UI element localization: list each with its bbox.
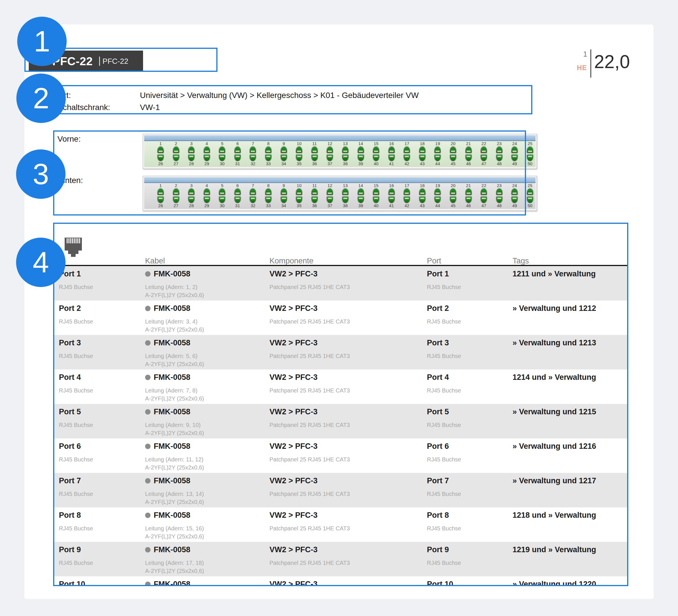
- port-jack-icon[interactable]: [496, 188, 503, 195]
- port-jack-icon[interactable]: [342, 188, 349, 195]
- port-jack-icon[interactable]: [450, 146, 456, 153]
- port-jack-icon[interactable]: [234, 196, 241, 204]
- port-jack-icon[interactable]: [234, 146, 241, 153]
- port-jack-icon[interactable]: [249, 196, 256, 204]
- port-jack-icon[interactable]: [265, 154, 272, 161]
- port-jack-icon[interactable]: [450, 154, 456, 161]
- port-jack-icon[interactable]: [403, 188, 410, 195]
- port-jack-icon[interactable]: [265, 188, 272, 195]
- port-jack-icon[interactable]: [480, 146, 487, 153]
- port-jack-icon[interactable]: [419, 196, 426, 204]
- port-jack-icon[interactable]: [311, 146, 318, 153]
- port-jack-icon[interactable]: [357, 196, 364, 204]
- port-jack-icon[interactable]: [357, 154, 364, 161]
- port-jack-icon[interactable]: [157, 196, 164, 204]
- port-jack-icon[interactable]: [280, 154, 287, 161]
- port-jack-icon[interactable]: [342, 146, 349, 153]
- port-jack-icon[interactable]: [203, 196, 210, 204]
- port-jack-icon[interactable]: [527, 188, 533, 195]
- port-jack-icon[interactable]: [311, 196, 318, 204]
- port-jack-icon[interactable]: [326, 154, 333, 161]
- port-jack-icon[interactable]: [173, 154, 180, 161]
- port-jack-icon[interactable]: [511, 146, 518, 153]
- port-jack-icon[interactable]: [173, 188, 180, 195]
- port-jack-icon[interactable]: [403, 154, 410, 161]
- port-jack-icon[interactable]: [203, 146, 210, 153]
- port-jack-icon[interactable]: [511, 188, 518, 195]
- port-jack-icon[interactable]: [373, 188, 379, 195]
- port-jack-icon[interactable]: [296, 146, 303, 153]
- port-jack-icon[interactable]: [434, 146, 441, 153]
- port-jack-icon[interactable]: [388, 146, 395, 153]
- port-jack-icon[interactable]: [465, 188, 472, 195]
- port-jack-icon[interactable]: [403, 196, 410, 204]
- port-jack-icon[interactable]: [280, 146, 287, 153]
- port-jack-icon[interactable]: [234, 154, 241, 161]
- port-jack-icon[interactable]: [296, 188, 303, 195]
- port-jack-icon[interactable]: [465, 154, 472, 161]
- port-jack-icon[interactable]: [450, 188, 456, 195]
- port-jack-icon[interactable]: [234, 188, 241, 195]
- port-jack-icon[interactable]: [419, 188, 426, 195]
- port-jack-icon[interactable]: [419, 146, 426, 153]
- port-jack-icon[interactable]: [434, 188, 441, 195]
- port-jack-icon[interactable]: [511, 196, 518, 204]
- port-jack-icon[interactable]: [373, 154, 379, 161]
- port-jack-icon[interactable]: [434, 196, 441, 204]
- port-jack-icon[interactable]: [527, 154, 533, 161]
- port-jack-icon[interactable]: [450, 196, 456, 204]
- port-jack-icon[interactable]: [388, 154, 395, 161]
- port-jack-icon[interactable]: [342, 196, 349, 204]
- port-jack-icon[interactable]: [511, 154, 518, 161]
- port-jack-icon[interactable]: [465, 196, 472, 204]
- port-jack-icon[interactable]: [280, 188, 287, 195]
- port-jack-icon[interactable]: [296, 196, 303, 204]
- port-jack-icon[interactable]: [357, 188, 364, 195]
- port-jack-icon[interactable]: [388, 196, 395, 204]
- port-jack-icon[interactable]: [188, 146, 195, 153]
- port-jack-icon[interactable]: [480, 196, 487, 204]
- port-jack-icon[interactable]: [173, 146, 180, 153]
- port-jack-icon[interactable]: [188, 196, 195, 204]
- port-jack-icon[interactable]: [157, 188, 164, 195]
- port-jack-icon[interactable]: [434, 154, 441, 161]
- port-jack-icon[interactable]: [219, 154, 226, 161]
- port-jack-icon[interactable]: [280, 196, 287, 204]
- port-jack-icon[interactable]: [326, 146, 333, 153]
- port-jack-icon[interactable]: [326, 196, 333, 204]
- port-jack-icon[interactable]: [311, 154, 318, 161]
- port-jack-icon[interactable]: [219, 196, 226, 204]
- port-jack-icon[interactable]: [265, 196, 272, 204]
- port-jack-icon[interactable]: [265, 146, 272, 153]
- port-jack-icon[interactable]: [465, 146, 472, 153]
- port-jack-icon[interactable]: [188, 188, 195, 195]
- port-jack-icon[interactable]: [157, 154, 164, 161]
- port-jack-icon[interactable]: [527, 146, 533, 153]
- port-jack-icon[interactable]: [527, 196, 533, 204]
- port-jack-icon[interactable]: [188, 154, 195, 161]
- cabinet-value[interactable]: VW-1: [140, 103, 160, 112]
- port-jack-icon[interactable]: [403, 146, 410, 153]
- port-jack-icon[interactable]: [311, 188, 318, 195]
- port-jack-icon[interactable]: [296, 154, 303, 161]
- port-jack-icon[interactable]: [342, 154, 349, 161]
- port-jack-icon[interactable]: [219, 146, 226, 153]
- port-jack-icon[interactable]: [373, 146, 379, 153]
- port-jack-icon[interactable]: [249, 188, 256, 195]
- port-jack-icon[interactable]: [157, 146, 164, 153]
- port-jack-icon[interactable]: [203, 188, 210, 195]
- port-jack-icon[interactable]: [496, 154, 503, 161]
- port-jack-icon[interactable]: [496, 146, 503, 153]
- port-jack-icon[interactable]: [357, 146, 364, 153]
- port-jack-icon[interactable]: [219, 188, 226, 195]
- port-jack-icon[interactable]: [173, 196, 180, 204]
- port-jack-icon[interactable]: [388, 188, 395, 195]
- port-jack-icon[interactable]: [496, 196, 503, 204]
- port-jack-icon[interactable]: [480, 188, 487, 195]
- port-jack-icon[interactable]: [373, 196, 379, 204]
- port-jack-icon[interactable]: [249, 154, 256, 161]
- port-jack-icon[interactable]: [326, 188, 333, 195]
- port-jack-icon[interactable]: [480, 154, 487, 161]
- port-jack-icon[interactable]: [419, 154, 426, 161]
- port-jack-icon[interactable]: [249, 146, 256, 153]
